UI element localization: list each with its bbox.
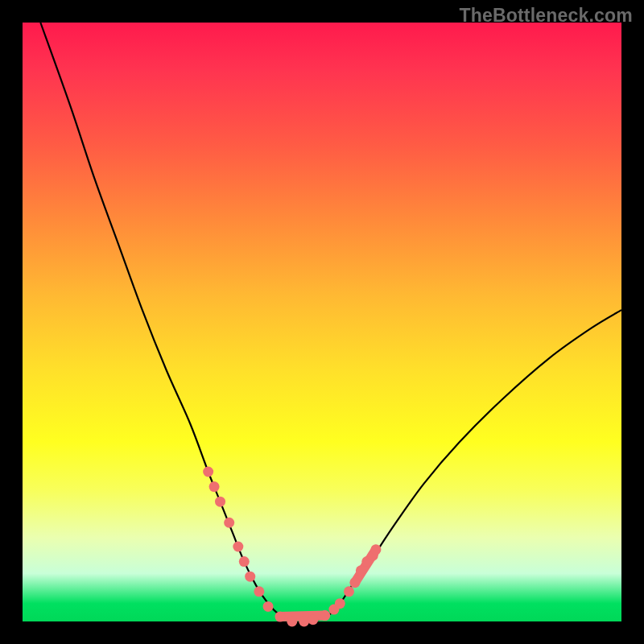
marker-dot xyxy=(263,601,274,612)
marker-dot xyxy=(203,467,213,477)
marker-dot xyxy=(254,586,264,597)
marker-dot xyxy=(287,617,297,627)
marker-dot xyxy=(233,542,243,552)
marker-dot xyxy=(224,518,234,528)
watermark-text: TheBottleneck.com xyxy=(459,5,633,27)
markers xyxy=(203,467,381,627)
marker-dot xyxy=(335,598,345,609)
marker-dot xyxy=(370,544,381,555)
marker-dot xyxy=(209,481,220,492)
marker-dot xyxy=(299,617,309,627)
marker-dot xyxy=(308,614,318,625)
bottleneck-curve xyxy=(40,23,621,622)
marker-dot xyxy=(275,612,285,622)
marker-dot xyxy=(215,497,225,507)
marker-dot xyxy=(356,565,366,576)
marker-dot xyxy=(344,586,354,597)
marker-dot xyxy=(239,556,250,567)
marker-dot xyxy=(349,577,360,588)
marker-segments xyxy=(280,550,376,617)
chart-svg xyxy=(23,23,621,621)
plot-area xyxy=(23,23,621,621)
marker-dot xyxy=(320,610,330,621)
marker-dot xyxy=(245,572,255,582)
